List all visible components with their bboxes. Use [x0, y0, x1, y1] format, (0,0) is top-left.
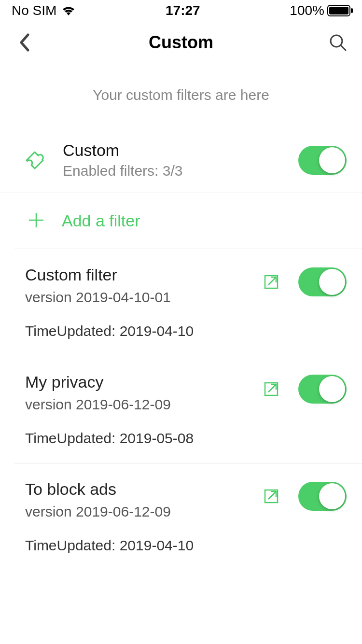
battery-percent: 100% — [290, 3, 324, 18]
status-time: 17:27 — [166, 3, 200, 18]
svg-line-4 — [341, 45, 346, 50]
toggle-knob — [319, 483, 345, 509]
filter-toggle[interactable] — [298, 375, 347, 404]
filter-name: My privacy — [25, 373, 262, 392]
svg-rect-2 — [351, 8, 353, 13]
external-link-icon — [264, 489, 279, 504]
svg-rect-1 — [329, 7, 348, 14]
battery-icon — [327, 5, 353, 16]
svg-line-12 — [268, 492, 276, 499]
back-button[interactable] — [14, 32, 35, 53]
filter-name: Custom filter — [25, 266, 262, 284]
plus-icon — [28, 212, 44, 230]
filter-toggle[interactable] — [298, 482, 347, 511]
filter-version: version 2019-06-12-09 — [25, 396, 262, 413]
filter-item[interactable]: Custom filter version 2019-04-10-01 Time… — [14, 249, 362, 356]
toggle-knob — [319, 269, 345, 295]
filter-name: To block ads — [25, 480, 262, 499]
custom-group-toggle[interactable] — [298, 146, 347, 175]
external-link-icon — [264, 274, 279, 290]
external-link-button[interactable] — [262, 487, 281, 506]
external-link-icon — [264, 381, 279, 397]
external-link-button[interactable] — [262, 272, 281, 292]
filter-item[interactable]: My privacy version 2019-06-12-09 TimeUpd… — [14, 356, 362, 463]
filter-updated: TimeUpdated: 2019-05-08 — [25, 430, 262, 447]
filter-toggle[interactable] — [298, 267, 347, 296]
filter-version: version 2019-06-12-09 — [25, 504, 262, 520]
search-button[interactable] — [327, 32, 348, 53]
nav-bar: Custom — [0, 21, 362, 64]
filter-item[interactable]: To block ads version 2019-06-12-09 TimeU… — [14, 463, 362, 570]
filter-version: version 2019-04-10-01 — [25, 289, 262, 306]
chevron-left-icon — [18, 33, 30, 52]
external-link-button[interactable] — [262, 379, 281, 399]
sim-status: No SIM — [12, 3, 56, 18]
wifi-icon — [61, 5, 76, 16]
status-bar: No SIM 17:27 100% — [0, 0, 362, 21]
custom-group-text: Custom Enabled filters: 3/3 — [63, 141, 298, 179]
toggle-knob — [319, 376, 345, 402]
svg-line-10 — [268, 385, 276, 392]
svg-line-8 — [268, 278, 276, 285]
filters-list: Custom filter version 2019-04-10-01 Time… — [0, 249, 362, 570]
page-title: Custom — [35, 32, 327, 53]
custom-group-enabled-count: Enabled filters: 3/3 — [63, 163, 298, 179]
status-left: No SIM — [12, 3, 76, 18]
custom-group-title: Custom — [63, 141, 298, 160]
toggle-knob — [319, 147, 345, 173]
custom-group-header: Custom Enabled filters: 3/3 — [0, 132, 362, 193]
puzzle-icon — [22, 148, 49, 173]
filter-updated: TimeUpdated: 2019-04-10 — [25, 537, 262, 554]
search-icon — [328, 33, 348, 52]
filter-updated: TimeUpdated: 2019-04-10 — [25, 323, 262, 339]
page-subtitle: Your custom filters are here — [0, 64, 362, 132]
add-filter-button[interactable]: Add a filter — [0, 193, 362, 249]
add-filter-label: Add a filter — [62, 211, 140, 230]
status-right: 100% — [290, 3, 353, 18]
